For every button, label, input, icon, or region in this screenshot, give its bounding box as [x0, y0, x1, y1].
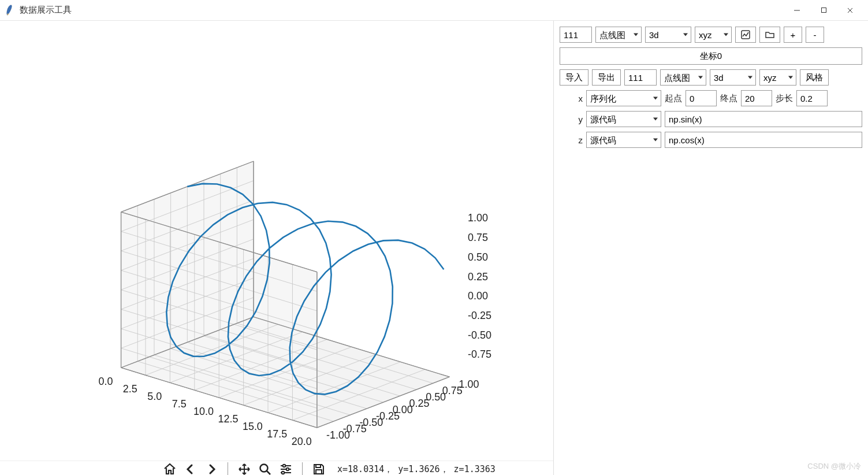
z-mode-select[interactable]: 源代码	[586, 132, 661, 148]
svg-text:1.00: 1.00	[468, 212, 488, 224]
axes-mode-select[interactable]: xyz	[695, 27, 732, 43]
x-end-input[interactable]	[741, 90, 772, 106]
zoom-icon[interactable]	[257, 461, 273, 475]
svg-text:15.0: 15.0	[243, 421, 263, 432]
svg-text:0.50: 0.50	[468, 251, 488, 263]
svg-text:-0.25: -0.25	[468, 310, 491, 321]
svg-point-0	[8, 13, 9, 15]
svg-text:17.5: 17.5	[267, 428, 287, 440]
cursor-coordinates: x=18.0314， y=1.3626， z=1.3363	[337, 464, 496, 475]
svg-text:5.0: 5.0	[147, 391, 162, 402]
plot-panel: 0.02.55.07.510.012.515.017.520.0-1.00-0.…	[0, 21, 553, 475]
x-mode-select[interactable]: 序列化	[586, 90, 661, 106]
minimize-button[interactable]	[784, 1, 810, 20]
y-label: y	[560, 114, 583, 124]
window-controls	[784, 1, 863, 20]
svg-text:2.5: 2.5	[123, 383, 137, 395]
subplot-code-input[interactable]	[560, 27, 592, 43]
pan-icon[interactable]	[236, 461, 252, 475]
svg-text:0.0: 0.0	[98, 376, 113, 387]
maximize-button[interactable]	[810, 1, 837, 20]
y-axis-row: y 源代码	[560, 111, 862, 127]
sub-subplot-code-input[interactable]	[624, 69, 657, 86]
svg-text:20.0: 20.0	[292, 436, 312, 447]
folder-icon	[765, 29, 775, 40]
save-icon[interactable]	[311, 461, 327, 475]
svg-point-100	[283, 465, 286, 467]
draw-button[interactable]	[735, 27, 756, 43]
svg-rect-105	[316, 465, 321, 467]
y-mode-select[interactable]: 源代码	[586, 111, 661, 127]
sub-axes-mode-select[interactable]: xyz	[759, 69, 796, 86]
open-button[interactable]	[759, 27, 780, 43]
projection-select[interactable]: 3d	[645, 27, 691, 43]
draw-icon	[740, 29, 751, 40]
close-button[interactable]	[837, 1, 863, 20]
remove-button[interactable]: -	[806, 27, 824, 43]
x-axis-row: x 序列化 起点 终点 步长	[560, 90, 862, 106]
svg-line-98	[267, 471, 270, 474]
toolbar-separator	[228, 462, 228, 475]
export-button[interactable]: 导出	[592, 69, 621, 86]
svg-text:-0.75: -0.75	[468, 348, 491, 360]
z-label: z	[560, 135, 583, 145]
titlebar: 数据展示工具	[0, 0, 868, 21]
svg-text:10.0: 10.0	[193, 406, 214, 417]
svg-point-97	[260, 465, 268, 472]
x-start-input[interactable]	[686, 90, 717, 106]
content-area: 0.02.55.07.510.012.515.017.520.0-1.00-0.…	[0, 21, 868, 475]
z-axis-row: z 源代码	[560, 132, 862, 148]
x-step-input[interactable]	[796, 90, 828, 106]
forward-icon[interactable]	[203, 461, 219, 475]
watermark: CSDN @微小冷	[807, 461, 861, 472]
configure-icon[interactable]	[278, 461, 294, 475]
svg-text:7.5: 7.5	[172, 398, 187, 410]
svg-point-104	[282, 472, 285, 474]
chart-type-select[interactable]: 点线图	[595, 27, 642, 43]
svg-rect-106	[316, 470, 322, 474]
window-title: 数据展示工具	[20, 5, 784, 16]
svg-point-102	[286, 468, 289, 471]
app-icon	[5, 5, 15, 16]
z-expression-input[interactable]	[665, 132, 862, 148]
add-button[interactable]: +	[784, 27, 802, 43]
svg-text:0.75: 0.75	[468, 232, 488, 243]
x-start-label: 起点	[665, 93, 682, 104]
svg-text:0.00: 0.00	[468, 290, 488, 302]
svg-text:12.5: 12.5	[218, 413, 238, 425]
x-step-label: 步长	[776, 93, 793, 104]
sub-projection-select[interactable]: 3d	[710, 69, 756, 86]
top-control-row: 点线图 3d xyz + -	[560, 27, 862, 43]
plot-canvas[interactable]: 0.02.55.07.510.012.515.017.520.0-1.00-0.…	[0, 21, 553, 461]
home-icon[interactable]	[162, 461, 178, 475]
toolbar-separator	[302, 462, 303, 475]
coordinate-tab-button[interactable]: 坐标0	[560, 47, 862, 65]
x-label: x	[560, 94, 583, 103]
style-button[interactable]: 风格	[800, 69, 829, 86]
svg-text:1.00: 1.00	[459, 378, 479, 390]
back-icon[interactable]	[182, 461, 199, 475]
matplotlib-toolbar: x=18.0314， y=1.3626， z=1.3363	[0, 461, 553, 475]
svg-text:0.25: 0.25	[468, 271, 488, 283]
sub-chart-type-select[interactable]: 点线图	[660, 69, 706, 86]
control-panel: 点线图 3d xyz + - 坐标0 导入 导出 点线图 3d xyz	[553, 21, 868, 475]
app-window: 数据展示工具 0.02.55.07.510.012.515.017.520.0-…	[0, 0, 868, 475]
sub-control-row: 导入 导出 点线图 3d xyz 风格	[560, 69, 862, 86]
y-expression-input[interactable]	[665, 111, 862, 127]
x-end-label: 终点	[720, 93, 737, 104]
svg-rect-2	[821, 8, 826, 13]
import-button[interactable]: 导入	[560, 69, 588, 86]
svg-text:-0.50: -0.50	[468, 329, 491, 341]
